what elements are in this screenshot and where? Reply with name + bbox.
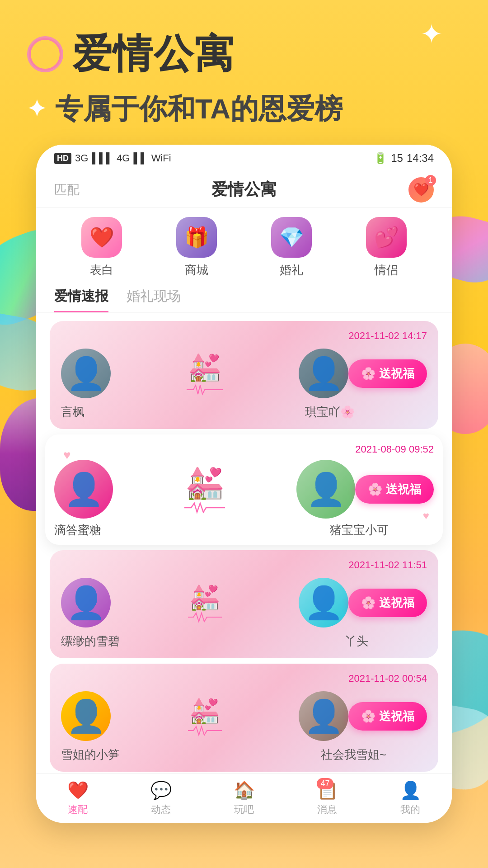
message-label: 消息 (317, 803, 337, 816)
name-2a: 滴答蜜糖 (54, 522, 101, 538)
couple-card-2[interactable]: ♥ ♥ 2021-08-09 09:52 👤 💒 👤 (45, 434, 443, 545)
heart-deco-left: ♥ (63, 448, 71, 462)
person-icon-4a: 👤 (66, 700, 106, 732)
phone-card: HD 3G ▌▌▌ 4G ▌▌ WiFi 🔋 15 14:34 匹配 爱情公寓 … (36, 145, 452, 823)
tab-love-news[interactable]: 爱情速报 (54, 287, 108, 312)
subtitle-text: 专属于你和TA的恩爱榜 (55, 90, 343, 128)
wedding-label: 婚礼 (280, 262, 303, 278)
profile-icon: 👤 (400, 780, 421, 800)
speed-match-label: 速配 (68, 803, 88, 816)
status-left: HD 3G ▌▌▌ 4G ▌▌ WiFi (54, 152, 171, 164)
status-bar: HD 3G ▌▌▌ 4G ▌▌ WiFi 🔋 15 14:34 (36, 145, 452, 172)
blessing-label-4: 送祝福 (379, 708, 414, 724)
timestamp-4: 2021-11-02 00:54 (61, 673, 427, 684)
name-4a: 雪姐的小笋 (61, 747, 120, 763)
heartbeat-svg-4 (188, 725, 222, 736)
avatar-2a: 👤 (54, 460, 113, 519)
nav-title: 爱情公寓 (89, 179, 399, 201)
feature-wedding[interactable]: 💎 婚礼 (271, 217, 312, 278)
timestamp-1: 2021-11-02 14:17 (61, 330, 427, 342)
send-blessing-btn-4[interactable]: 🌸 送祝福 (348, 702, 427, 731)
title-row: 爱情公寓 (27, 27, 235, 81)
sparkle-left-icon: ✦ (27, 96, 46, 122)
blessing-label-2: 送祝福 (386, 481, 421, 497)
sparkle-top-icon: ✦ (420, 18, 443, 50)
send-blessing-btn-1[interactable]: 🌸 送祝福 (348, 359, 427, 388)
feature-icons-row: ❤️ 表白 🎁 商城 💎 婚礼 💕 情侣 (36, 208, 452, 287)
arch-emoji-3: 💒 (189, 582, 221, 612)
couple-names-3: 缥缈的雪碧 丫头 (61, 633, 427, 649)
couple-card-3[interactable]: 2021-11-02 11:51 👤 💒 👤 (50, 550, 438, 658)
avatar-4b: 👤 (299, 691, 348, 741)
couple-card-4[interactable]: 2021-11-02 00:54 👤 💒 👤 (50, 664, 438, 772)
send-blessing-btn-2[interactable]: 🌸 送祝福 (355, 475, 434, 504)
trends-icon: 💬 (150, 780, 172, 800)
arch-emoji-1: 💒 (188, 351, 222, 383)
send-blessing-btn-3[interactable]: 🌸 送祝福 (348, 589, 427, 617)
app-title: 爱情公寓 (72, 27, 235, 81)
bottom-nav: ❤️ 速配 💬 动态 🏠 玩吧 📋 47 消息 👤 我的 (36, 773, 452, 823)
blessing-label-3: 送祝福 (379, 595, 414, 611)
person-icon-1b: 👤 (304, 358, 343, 389)
feature-baibai[interactable]: ❤️ 表白 (81, 217, 122, 278)
person-icon-2b: 👤 (306, 473, 346, 505)
wedding-arch-4: 💒 (111, 689, 299, 743)
logo-circle (27, 36, 63, 72)
message-badge: 47 (317, 778, 333, 789)
avatar-4a: 👤 (61, 691, 111, 741)
signal-bars-icon: ▌▌▌ (92, 152, 113, 164)
couples-list: 2021-11-02 14:17 👤 💒 👤 (36, 316, 452, 777)
status-right: 🔋 15 14:34 (374, 152, 434, 165)
avatar-1b: 👤 (299, 349, 348, 398)
top-header: ✦ 爱情公寓 ✦ 专属于你和TA的恩爱榜 (0, 0, 488, 137)
arch-emoji-4: 💒 (189, 696, 221, 725)
nav-profile[interactable]: 👤 我的 (400, 780, 421, 816)
heartbeat-svg-1 (187, 383, 223, 396)
heart-deco-right: ♥ (423, 509, 429, 522)
nav-play[interactable]: 🏠 玩吧 (234, 780, 255, 816)
flower-icon-3: 🌸 (361, 596, 375, 610)
tab-wedding-scene[interactable]: 婚礼现场 (127, 287, 181, 312)
signal-bars2-icon: ▌▌ (133, 152, 147, 164)
couple-names-2: 滴答蜜糖 猪宝宝小可 (54, 522, 434, 538)
name-3b: 丫头 (345, 633, 368, 649)
status-signal-3g: 3G (75, 152, 88, 164)
name-1b: 琪宝吖🌸 (305, 404, 355, 420)
avatar-3a: 👤 (61, 578, 111, 627)
speed-match-icon: ❤️ (67, 780, 89, 800)
wifi-icon: WiFi (151, 152, 171, 164)
tabs-row: 爱情速报 婚礼现场 (36, 287, 452, 313)
battery-level: 15 (391, 152, 403, 165)
timestamp-2: 2021-08-09 09:52 (54, 443, 434, 455)
nav-trends[interactable]: 💬 动态 (150, 780, 172, 816)
shop-label: 商城 (185, 262, 208, 278)
wedding-arch-1: 💒 (111, 346, 299, 401)
feature-shop[interactable]: 🎁 商城 (176, 217, 217, 278)
heart-nav-icon[interactable]: ❤️ 1 (408, 177, 434, 203)
nav-message[interactable]: 📋 47 消息 (317, 780, 338, 816)
card-content-1: 👤 💒 👤 🌸 送祝福 (61, 346, 427, 401)
feature-couple[interactable]: 💕 情侣 (366, 217, 407, 278)
wedding-icon: 💎 (271, 217, 312, 258)
wedding-arch-2: 💒 (113, 462, 296, 516)
subtitle: ✦ 专属于你和TA的恩爱榜 (27, 90, 343, 128)
status-signal-4g: 4G (117, 152, 130, 164)
battery-icon: 🔋 (374, 152, 387, 165)
avatar-3b: 👤 (299, 578, 348, 627)
profile-label: 我的 (400, 803, 420, 816)
couple-names-4: 雪姐的小笋 社会我雪姐~ (61, 747, 427, 763)
name-1a: 言枫 (61, 404, 84, 420)
nav-match-label[interactable]: 匹配 (54, 181, 80, 198)
flower-icon-4: 🌸 (361, 709, 375, 723)
trends-label: 动态 (151, 803, 171, 816)
couple-card-1[interactable]: 2021-11-02 14:17 👤 💒 👤 (50, 321, 438, 429)
card-content-4: 👤 💒 👤 🌸 送祝福 (61, 689, 427, 743)
person-icon-3b: 👤 (304, 587, 343, 618)
card-content-2: 👤 💒 👤 🌸 送祝福 (54, 460, 434, 519)
app-nav-bar: 匹配 爱情公寓 ❤️ 1 (36, 172, 452, 208)
couple-icon: 💕 (366, 217, 407, 258)
shop-icon: 🎁 (176, 217, 217, 258)
timestamp-3: 2021-11-02 11:51 (61, 559, 427, 571)
couple-label: 情侣 (375, 262, 398, 278)
nav-speed-match[interactable]: ❤️ 速配 (67, 780, 89, 816)
